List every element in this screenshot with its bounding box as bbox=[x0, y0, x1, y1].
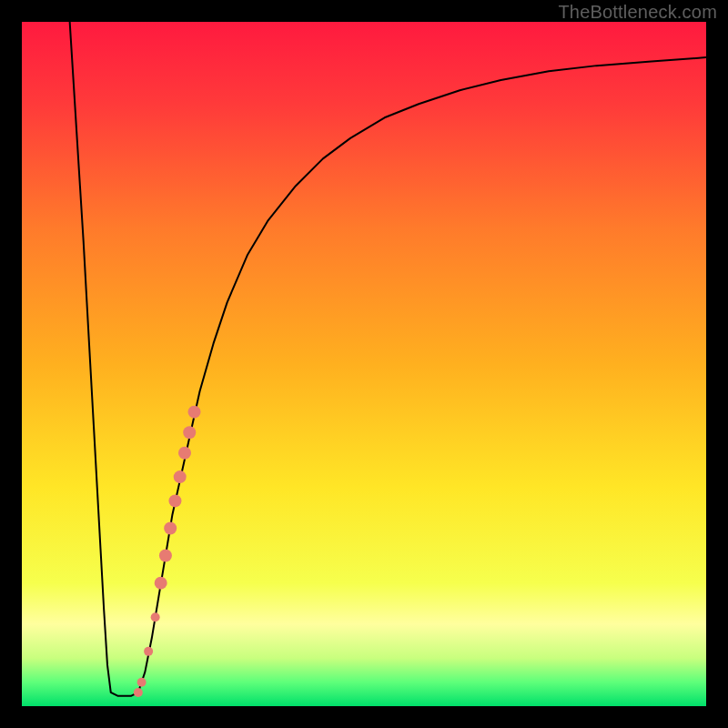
bottleneck-curve bbox=[70, 22, 706, 696]
marker-dot bbox=[159, 550, 172, 562]
marker-dot bbox=[178, 447, 191, 460]
highlight-markers bbox=[134, 406, 201, 697]
marker-dot bbox=[137, 678, 147, 687]
marker-dot bbox=[144, 647, 153, 656]
marker-dot bbox=[188, 406, 201, 419]
marker-dot bbox=[174, 470, 187, 483]
plot-area bbox=[22, 22, 706, 706]
marker-dot bbox=[183, 426, 196, 439]
chart-frame: TheBottleneck.com bbox=[0, 0, 728, 728]
attribution-text: TheBottleneck.com bbox=[558, 2, 717, 23]
marker-dot bbox=[164, 521, 177, 534]
marker-dot bbox=[168, 494, 181, 507]
marker-dot bbox=[134, 688, 143, 697]
marker-dot bbox=[151, 612, 160, 622]
curve-layer bbox=[22, 22, 706, 706]
marker-dot bbox=[155, 577, 167, 590]
